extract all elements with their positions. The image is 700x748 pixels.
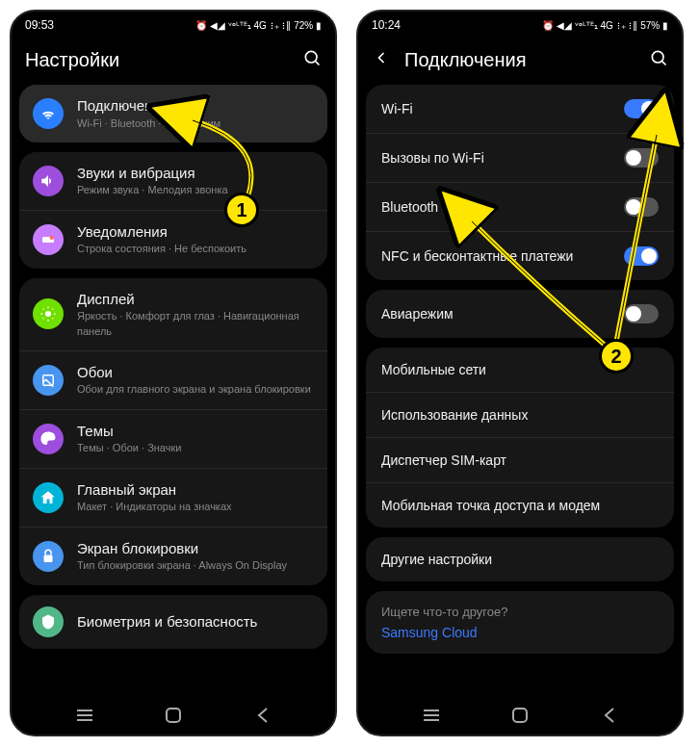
home-icon <box>33 482 64 513</box>
row-lockscreen[interactable]: Экран блокировки Тип блокировки экрана ·… <box>19 528 327 585</box>
row-sub: Темы · Обои · Значки <box>77 441 314 455</box>
row-sub: Тип блокировки экрана · Always On Displa… <box>77 558 314 573</box>
row-label: Диспетчер SIM-карт <box>381 452 506 468</box>
wallpaper-icon <box>33 365 64 396</box>
row-label: Использование данных <box>381 407 528 423</box>
status-time: 09:53 <box>25 18 54 32</box>
svg-point-4 <box>45 311 51 317</box>
row-wifi[interactable]: Wi-Fi <box>366 85 674 134</box>
row-hotspot[interactable]: Мобильная точка доступа и модем <box>366 483 674 528</box>
toggle-airplane[interactable] <box>624 304 659 323</box>
svg-rect-10 <box>167 709 180 722</box>
lock-icon <box>33 541 64 572</box>
row-sounds[interactable]: Звуки и вибрация Режим звука · Мелодия з… <box>19 152 327 211</box>
row-title: Главный экран <box>77 480 314 500</box>
row-sub: Wi-Fi · Bluetooth · Авиарежим <box>77 116 314 131</box>
svg-line-1 <box>316 62 320 65</box>
settings-list: Подключения Wi-Fi · Bluetooth · Авиарежи… <box>12 85 335 696</box>
row-label: Вызовы по Wi-Fi <box>381 150 484 166</box>
header: Настройки <box>12 39 335 85</box>
row-bluetooth[interactable]: Bluetooth <box>366 183 674 232</box>
search-icon[interactable] <box>302 48 322 71</box>
nav-bar <box>12 696 335 735</box>
row-label: Мобильные сети <box>381 362 486 377</box>
page-title: Подключения <box>404 49 527 71</box>
nav-bar <box>358 696 682 735</box>
display-icon <box>33 298 64 329</box>
wifi-icon <box>33 98 64 129</box>
toggle-bluetooth[interactable] <box>624 197 659 217</box>
row-themes[interactable]: Темы Темы · Обои · Значки <box>19 410 327 469</box>
row-more-settings[interactable]: Другие настройки <box>366 537 674 581</box>
row-sim-manager[interactable]: Диспетчер SIM-карт <box>366 438 674 483</box>
row-sub: Строка состояния · Не беспокоить <box>77 242 314 256</box>
row-display[interactable]: Дисплей Яркость · Комфорт для глаз · Нав… <box>19 278 327 351</box>
svg-point-11 <box>652 51 663 63</box>
row-label: Авиарежим <box>381 306 454 322</box>
toggle-nfc[interactable] <box>624 246 659 266</box>
svg-line-12 <box>662 62 666 65</box>
sound-icon <box>33 166 64 196</box>
phone-left-settings: 09:53 ⏰ ◀◢ ᵛᵒᴸᵀᴱ₁ 4G ⫶₊ ⫶‖ 72% ▮ Настрой… <box>10 10 337 736</box>
phone-right-connections: 10:24 ⏰ ◀◢ ᵛᵒᴸᵀᴱ₁ 4G ⫶₊ ⫶‖ 57% ▮ Подключ… <box>356 10 684 736</box>
row-wallpaper[interactable]: Обои Обои для главного экрана и экрана б… <box>19 351 327 410</box>
themes-icon <box>33 424 64 454</box>
row-data-usage[interactable]: Использование данных <box>366 393 674 438</box>
looking-for-other: Ищете что-то другое? Samsung Cloud <box>366 591 674 654</box>
nav-home[interactable] <box>509 705 531 726</box>
row-title: Биометрия и безопасность <box>77 612 314 632</box>
row-sub: Яркость · Комфорт для глаз · Навигационн… <box>77 309 314 339</box>
row-notifications[interactable]: Уведомления Строка состояния · Не беспок… <box>19 211 327 269</box>
svg-rect-16 <box>513 709 527 722</box>
row-sub: Макет · Индикаторы на значках <box>77 500 314 514</box>
row-mobile-networks[interactable]: Мобильные сети <box>366 348 674 393</box>
toggle-wifi[interactable] <box>624 99 659 118</box>
row-label: Wi-Fi <box>381 101 413 116</box>
row-wifi-calling[interactable]: Вызовы по Wi-Fi <box>366 134 674 183</box>
svg-point-3 <box>50 235 55 240</box>
row-label: Мобильная точка доступа и модем <box>381 498 600 513</box>
row-title: Обои <box>77 363 314 382</box>
connections-list: Wi-Fi Вызовы по Wi-Fi Bluetooth NFC и бе… <box>358 85 682 696</box>
bell-icon <box>33 224 64 255</box>
row-title: Экран блокировки <box>77 539 314 558</box>
page-title: Настройки <box>25 49 119 71</box>
toggle-wifi-calling[interactable] <box>624 148 659 168</box>
nav-back[interactable] <box>598 705 619 726</box>
row-label: NFC и бесконтактные платежи <box>381 248 573 264</box>
row-title: Уведомления <box>77 222 314 242</box>
row-sub: Режим звука · Мелодия звонка <box>77 183 314 197</box>
row-connections[interactable]: Подключения Wi-Fi · Bluetooth · Авиарежи… <box>19 85 327 142</box>
nav-home[interactable] <box>163 705 184 726</box>
nav-recents[interactable] <box>421 705 442 726</box>
nav-back[interactable] <box>251 705 272 726</box>
row-title: Подключения <box>77 96 314 116</box>
row-title: Звуки и вибрация <box>77 164 314 183</box>
back-icon[interactable] <box>372 48 391 71</box>
nav-recents[interactable] <box>74 705 95 726</box>
samsung-cloud-link[interactable]: Samsung Cloud <box>381 625 659 640</box>
row-airplane[interactable]: Авиарежим <box>366 290 674 338</box>
row-biometrics[interactable]: Биометрия и безопасность <box>19 595 327 649</box>
header: Подключения <box>358 39 682 85</box>
row-title: Дисплей <box>77 290 314 309</box>
security-icon <box>33 606 64 637</box>
row-nfc[interactable]: NFC и бесконтактные платежи <box>366 232 674 280</box>
status-right: ⏰ ◀◢ ᵛᵒᴸᵀᴱ₁ 4G ⫶₊ ⫶‖ 57% ▮ <box>542 20 668 31</box>
row-homescreen[interactable]: Главный экран Макет · Индикаторы на знач… <box>19 469 327 528</box>
row-label: Другие настройки <box>381 552 492 567</box>
status-bar: 10:24 ⏰ ◀◢ ᵛᵒᴸᵀᴱ₁ 4G ⫶₊ ⫶‖ 57% ▮ <box>358 12 682 39</box>
search-icon[interactable] <box>649 48 668 71</box>
svg-point-0 <box>305 51 317 63</box>
status-right: ⏰ ◀◢ ᵛᵒᴸᵀᴱ₁ 4G ⫶₊ ⫶‖ 72% ▮ <box>195 20 322 31</box>
status-bar: 09:53 ⏰ ◀◢ ᵛᵒᴸᵀᴱ₁ 4G ⫶₊ ⫶‖ 72% ▮ <box>12 12 335 39</box>
row-label: Bluetooth <box>381 199 438 215</box>
row-sub: Обои для главного экрана и экрана блокир… <box>77 382 314 397</box>
svg-rect-6 <box>44 555 53 562</box>
status-time: 10:24 <box>372 18 401 32</box>
row-title: Темы <box>77 422 314 441</box>
other-title: Ищете что-то другое? <box>381 605 659 619</box>
